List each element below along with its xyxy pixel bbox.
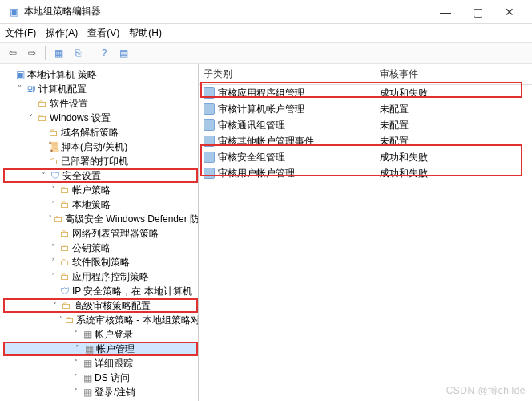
- folder-icon: 🗀: [59, 257, 71, 268]
- maximize-button[interactable]: ▢: [461, 1, 494, 23]
- tree-node[interactable]: ˃🗀公钥策略: [3, 241, 198, 255]
- folder-icon: 🗀: [59, 228, 71, 239]
- tree-node-label: 系统审核策略 - 本地组策略对象: [76, 313, 199, 327]
- table-row[interactable]: 审核其他帐户管理事件未配置: [199, 133, 532, 149]
- expander-icon[interactable]: ˃: [48, 197, 58, 212]
- watermark: CSDN @博childe: [446, 384, 526, 398]
- tree-node[interactable]: ˅🗀Windows 设置: [3, 111, 198, 125]
- expander-icon[interactable]: ˃: [71, 385, 80, 399]
- titlebar: ▣ 本地组策略编辑器 — ▢ ✕: [0, 0, 532, 24]
- tree-node[interactable]: ˃🗀本地策略: [3, 197, 198, 212]
- tree-pane[interactable]: ▣本地计算机 策略˅🖳计算机配置🗀软件设置˅🗀Windows 设置🗀域名解析策略…: [0, 64, 199, 401]
- row-value: 未配置: [380, 135, 527, 148]
- minimize-button[interactable]: —: [429, 1, 461, 23]
- menu-file[interactable]: 文件(F): [5, 26, 36, 40]
- export-button[interactable]: ⎘: [70, 45, 86, 61]
- policy-icon: [204, 136, 215, 147]
- table-row[interactable]: 审核应用程序组管理成功和失败: [199, 85, 532, 101]
- tree-node[interactable]: ˃🗀帐户策略: [3, 183, 198, 197]
- row-value: 未配置: [380, 103, 527, 116]
- tree-node[interactable]: 🗀软件设置: [3, 96, 198, 111]
- folder-icon: 🗀: [65, 314, 75, 326]
- policy-tree: ▣本地计算机 策略˅🖳计算机配置🗀软件设置˅🗀Windows 设置🗀域名解析策略…: [3, 67, 198, 399]
- tree-node-label: 帐户登录: [95, 327, 133, 342]
- table-row[interactable]: 审核安全组管理成功和失败: [199, 149, 532, 165]
- policy-icon: [204, 119, 215, 131]
- menu-view[interactable]: 查看(V): [87, 26, 119, 40]
- script-icon: 📜: [48, 141, 59, 152]
- policy-icon: [204, 87, 215, 99]
- expander-icon[interactable]: ˃: [48, 241, 58, 255]
- help-button[interactable]: ?: [96, 45, 112, 61]
- row-value: 成功和失败: [380, 87, 527, 100]
- back-button[interactable]: ⇦: [5, 45, 21, 61]
- computer-icon: 🖳: [26, 83, 37, 95]
- document-icon: ▦: [82, 387, 93, 398]
- expander-icon[interactable]: ˅: [26, 111, 35, 125]
- tree-node[interactable]: 🛡IP 安全策略，在 本地计算机: [3, 284, 198, 298]
- tree-node[interactable]: 🗀域名解析策略: [3, 125, 198, 140]
- tree-node[interactable]: 📜脚本(启动/关机): [3, 140, 198, 154]
- forward-button[interactable]: ⇨: [24, 45, 40, 61]
- expander-icon[interactable]: ˃: [48, 255, 58, 269]
- table-row[interactable]: 审核通讯组管理未配置: [199, 117, 532, 133]
- tree-node[interactable]: 🗀网络列表管理器策略: [3, 226, 198, 241]
- row-value: 成功和失败: [380, 167, 527, 180]
- table-row[interactable]: 审核用户帐户管理成功和失败: [199, 165, 532, 181]
- content-panes: ▣本地计算机 策略˅🖳计算机配置🗀软件设置˅🗀Windows 设置🗀域名解析策略…: [0, 64, 532, 401]
- folder-icon: 🗀: [59, 184, 71, 196]
- expander-icon[interactable]: ˃: [48, 183, 58, 197]
- up-button[interactable]: ▦: [50, 45, 66, 61]
- tree-node[interactable]: ˃🗀应用程序控制策略: [3, 269, 198, 284]
- tree-node[interactable]: ˅🗀系统审核策略 - 本地组策略对象: [3, 313, 198, 327]
- tree-node-label: 应用程序控制策略: [72, 269, 149, 284]
- shield-icon: 🛡: [50, 170, 61, 181]
- tree-node[interactable]: ˅🖳计算机配置: [3, 82, 198, 96]
- tree-node[interactable]: ˃🗀软件限制策略: [3, 255, 198, 269]
- document-icon: ▦: [83, 343, 95, 354]
- tree-node-label: 公钥策略: [72, 241, 111, 255]
- expander-icon[interactable]: ˃: [71, 327, 80, 342]
- expander-icon[interactable]: ˃: [72, 342, 82, 356]
- policy-icon: [204, 152, 215, 163]
- tree-node[interactable]: ˃▦详细跟踪: [3, 356, 198, 371]
- tree-node[interactable]: ˃▦帐户管理: [3, 342, 198, 356]
- expander-icon[interactable]: ˃: [71, 371, 80, 385]
- folder-icon: 🗀: [59, 199, 71, 210]
- col-subcategory[interactable]: 子类别: [204, 67, 380, 81]
- list-pane[interactable]: 子类别 审核事件 审核应用程序组管理成功和失败审核计算机帐户管理未配置审核通讯组…: [199, 64, 532, 401]
- expander-icon[interactable]: ˅: [14, 82, 24, 96]
- col-audit-event[interactable]: 审核事件: [380, 67, 527, 81]
- row-name: 审核用户帐户管理: [218, 167, 295, 180]
- expander-icon[interactable]: ˅: [50, 298, 59, 313]
- computer-icon: ▣: [14, 69, 26, 80]
- menu-action[interactable]: 操作(A): [46, 26, 78, 40]
- expander-icon[interactable]: ˃: [48, 212, 52, 226]
- properties-button[interactable]: ▤: [115, 45, 131, 61]
- tree-node[interactable]: ˅🛡安全设置: [3, 168, 198, 183]
- expander-icon[interactable]: ˃: [71, 356, 80, 371]
- table-row[interactable]: 审核计算机帐户管理未配置: [199, 101, 532, 117]
- tree-node-label: 本地计算机 策略: [27, 67, 97, 82]
- document-icon: ▦: [82, 372, 93, 383]
- tree-root[interactable]: ▣本地计算机 策略: [3, 67, 198, 82]
- expander-icon[interactable]: ˃: [48, 269, 58, 284]
- tree-node-label: 帐户管理: [96, 342, 135, 356]
- expander-icon[interactable]: ˅: [59, 313, 63, 327]
- tree-node-label: 域名解析策略: [61, 125, 119, 140]
- window-title: 本地组策略编辑器: [21, 5, 429, 18]
- tree-node[interactable]: ˅🗀高级审核策略配置: [3, 298, 198, 313]
- expander-icon[interactable]: ˅: [38, 168, 48, 183]
- document-icon: ▦: [82, 358, 93, 369]
- tree-node[interactable]: ˃▦帐户登录: [3, 327, 198, 342]
- row-name: 审核计算机帐户管理: [218, 103, 304, 116]
- tree-node[interactable]: 🗀已部署的打印机: [3, 154, 198, 168]
- folder-icon: 🗀: [59, 242, 71, 253]
- menu-help[interactable]: 帮助(H): [129, 26, 162, 40]
- tree-node[interactable]: ˃🗀高级安全 Windows Defender 防火墙: [3, 212, 198, 226]
- close-button[interactable]: ✕: [494, 1, 526, 23]
- tree-node[interactable]: ˃▦DS 访问: [3, 371, 198, 385]
- tree-node[interactable]: ˃▦登录/注销: [3, 385, 198, 399]
- toolbar: ⇦ ⇨ ▦ ⎘ ? ▤: [0, 42, 532, 64]
- toolbar-divider: [91, 46, 91, 60]
